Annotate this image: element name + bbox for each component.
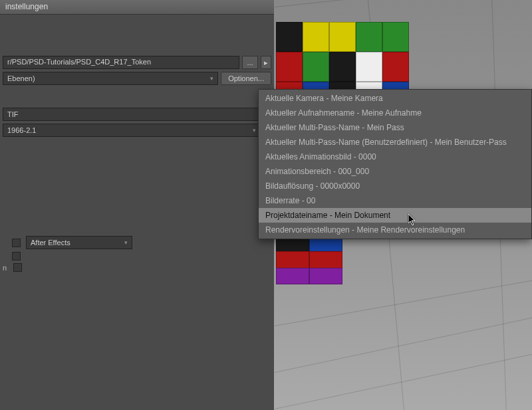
menu-item-9[interactable]: Rendervoreinstellungen - Meine Rendervor… <box>259 223 531 237</box>
menu-item-1[interactable]: Aktueller Aufnahmename - Meine Aufnahme <box>259 106 531 120</box>
output-path-input[interactable]: r/PSD/PSD-Tutorials/PSD_C4D_R17_Token <box>3 56 239 69</box>
checkbox-1[interactable] <box>12 239 21 247</box>
menu-item-0[interactable]: Aktuelle Kamera - Meine Kamera <box>259 91 531 106</box>
compositing-dropdown[interactable]: After Effects <box>26 236 132 249</box>
menu-item-7[interactable]: Bilderrate - 00 <box>259 193 531 208</box>
colorspace-dropdown[interactable]: 1966-2.1 <box>3 124 261 137</box>
menu-item-6[interactable]: Bildauflösung - 0000x0000 <box>259 179 531 193</box>
token-context-menu: Aktuelle Kamera - Meine KameraAktueller … <box>258 89 532 239</box>
menu-item-2[interactable]: Aktueller Multi-Pass-Name - Mein Pass <box>259 120 531 135</box>
row-label-n: n <box>3 264 7 272</box>
panel-title: instellungen <box>5 2 48 11</box>
format-dropdown[interactable]: TIF <box>3 108 271 121</box>
render-settings-panel: instellungen r/PSD/PSD-Tutorials/PSD_C4D… <box>0 0 274 410</box>
layers-dropdown[interactable]: Ebenen) <box>3 72 218 85</box>
menu-item-4[interactable]: Aktuelles Animationsbild - 0000 <box>259 150 531 164</box>
menu-item-3[interactable]: Aktueller Multi-Pass-Name (Benutzerdefin… <box>259 135 531 150</box>
token-menu-button[interactable]: ▸ <box>261 56 271 69</box>
checkbox-2[interactable] <box>12 252 21 260</box>
menu-item-8[interactable]: Projektdateiname - Mein Dokument <box>259 208 531 223</box>
browse-button[interactable]: ... <box>242 56 258 69</box>
menu-item-5[interactable]: Animationsbereich - 000_000 <box>259 164 531 179</box>
options-button[interactable]: Optionen... <box>221 72 271 85</box>
checkbox-3[interactable] <box>13 263 22 272</box>
panel-titlebar[interactable]: instellungen <box>0 0 274 15</box>
